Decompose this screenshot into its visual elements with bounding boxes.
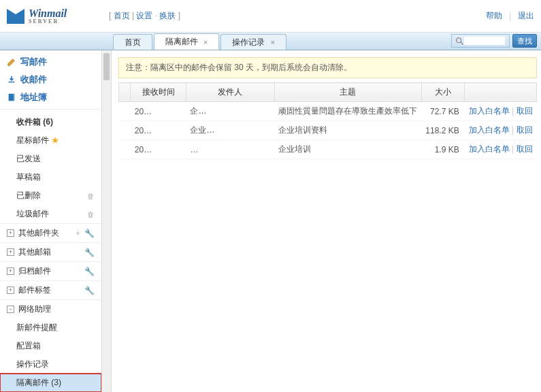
cell-sender: 企… — [186, 102, 274, 121]
table-header-row: 接收时间 发件人 主题 大小 — [119, 83, 537, 102]
sidebar-item-inbox[interactable]: 收件箱 (6) — [0, 113, 101, 131]
whitelist-link[interactable]: 加入白名单 — [469, 144, 510, 154]
col-sender[interactable]: 发件人 — [186, 83, 274, 102]
plus-icon[interactable]: + — [7, 229, 14, 237]
wrench-icon[interactable]: 🔧 — [84, 248, 95, 257]
svg-point-0 — [457, 38, 461, 43]
whitelist-link[interactable]: 加入白名单 — [469, 106, 510, 116]
retrieve-link[interactable]: 取回 — [517, 144, 533, 154]
close-icon[interactable]: × — [203, 38, 208, 46]
tab-oplog[interactable]: 操作记录 × — [220, 34, 286, 50]
quarantine-table: 接收时间 发件人 主题 大小 20…企…顽固性質量問題存在導致生產效率低下72.… — [118, 82, 537, 159]
whitelist-link[interactable]: 加入白名单 — [469, 125, 510, 135]
cell-actions: 加入白名单 | 取回 — [465, 102, 537, 121]
close-icon[interactable]: × — [270, 38, 274, 46]
header: Winmail SERVER [ 首页 | 设置 · 换肤 ] 帮助 | 退出 — [0, 0, 541, 33]
cell-subject: 顽固性質量問題存在導致生產效率低下 — [274, 102, 421, 121]
wrench-icon[interactable]: 🔧 — [84, 286, 95, 295]
top-right: 帮助 | 退出 — [486, 10, 534, 22]
logo-icon — [7, 9, 24, 24]
cell-subject: 企业培训资料 — [274, 121, 421, 140]
retrieve-link[interactable]: 取回 — [517, 106, 533, 116]
svg-line-1 — [461, 42, 463, 45]
plus-icon[interactable]: + — [7, 287, 14, 294]
cell-time: 20… — [131, 102, 186, 121]
download-icon — [7, 75, 16, 84]
breadcrumb-settings[interactable]: 设置 — [136, 11, 152, 20]
cell-sender: 企业… — [186, 121, 274, 140]
sidebar-group-other-folders[interactable]: + 其他邮件夹 +🔧 — [0, 223, 101, 242]
sidebar-item-sent[interactable]: 已发送 — [0, 150, 101, 168]
main: 写邮件 收邮件 地址簿 收件箱 (6) 星标邮件 ★ 已发送 草稿箱 已删除 🗑… — [0, 50, 541, 392]
sidebar: 写邮件 收邮件 地址簿 收件箱 (6) 星标邮件 ★ 已发送 草稿箱 已删除 🗑… — [0, 50, 102, 392]
search-box — [451, 34, 510, 48]
sidebar-item-config[interactable]: 配置箱 — [0, 337, 101, 355]
compose-link[interactable]: 写邮件 — [0, 53, 101, 71]
cell-time: 20… — [131, 121, 186, 140]
breadcrumb-switch-skin[interactable]: 换肤 — [159, 11, 176, 20]
cell-subject: 企业培训 — [274, 140, 421, 159]
sidebar-item-quarantine[interactable]: 隔离邮件 (3) — [0, 374, 101, 392]
breadcrumb-home[interactable]: 首页 — [114, 11, 130, 20]
cell-size: 1.9 KB — [421, 140, 464, 159]
svg-rect-2 — [9, 94, 14, 101]
sidebar-item-new-mail-alert[interactable]: 新邮件提醒 — [0, 318, 101, 337]
tab-home[interactable]: 首页 — [113, 34, 152, 50]
tab-quarantine[interactable]: 隔离邮件 × — [154, 33, 219, 50]
sidebar-group-other-mailboxes[interactable]: + 其他邮箱 🔧 — [0, 242, 101, 261]
col-subject[interactable]: 主题 — [274, 83, 421, 102]
retrieve-link[interactable]: 取回 — [517, 125, 533, 135]
table-row[interactable]: 20…企业…企业培训资料118.2 KB加入白名单 | 取回 — [119, 121, 537, 140]
cell-sender: … — [186, 140, 274, 159]
contacts-link[interactable]: 地址簿 — [0, 88, 101, 106]
checkbox-header[interactable] — [119, 83, 131, 102]
book-icon — [7, 93, 16, 102]
table-row[interactable]: 20…企…顽固性質量問題存在導致生產效率低下72.7 KB加入白名单 | 取回 — [119, 102, 537, 121]
table-row[interactable]: 20……企业培训1.9 KB加入白名单 | 取回 — [119, 140, 537, 159]
minus-icon[interactable]: − — [7, 306, 14, 313]
pencil-icon — [7, 57, 16, 67]
help-link[interactable]: 帮助 — [486, 10, 502, 22]
scrollbar[interactable] — [102, 50, 112, 392]
wrench-icon[interactable]: 🔧 — [84, 229, 95, 238]
col-size[interactable]: 大小 — [421, 83, 464, 102]
trash-icon[interactable]: 🗑 — [87, 210, 95, 218]
sidebar-item-junk[interactable]: 垃圾邮件 🗑 — [0, 205, 101, 223]
star-icon: ★ — [51, 135, 59, 145]
search-input[interactable] — [464, 37, 505, 45]
search-button[interactable]: 查找 — [512, 34, 537, 48]
plus-small-icon[interactable]: + — [76, 229, 80, 238]
cell-size: 118.2 KB — [421, 121, 464, 140]
sidebar-item-drafts[interactable]: 草稿箱 — [0, 168, 101, 186]
breadcrumb: [ 首页 | 设置 · 换肤 ] — [109, 10, 486, 22]
sidebar-item-deleted[interactable]: 已删除 🗑 — [0, 186, 101, 205]
sidebar-group-assistant[interactable]: − 网络助理 — [0, 299, 101, 318]
cell-time: 20… — [131, 140, 186, 159]
logo-text: Winmail SERVER — [29, 7, 67, 24]
sidebar-group-archive[interactable]: + 归档邮件 🔧 — [0, 261, 101, 280]
receive-link[interactable]: 收邮件 — [0, 71, 101, 88]
notice-banner: 注意：隔离区中的邮件会保留 30 天，到期后系统会自动清除。 — [118, 57, 537, 78]
svg-rect-3 — [14, 94, 15, 101]
sidebar-item-starred[interactable]: 星标邮件 ★ — [0, 131, 101, 150]
logo: Winmail SERVER — [7, 7, 109, 24]
logout-link[interactable]: 退出 — [518, 10, 534, 22]
cell-size: 72.7 KB — [421, 102, 464, 121]
wrench-icon[interactable]: 🔧 — [84, 267, 95, 276]
search-icon — [455, 36, 464, 46]
sidebar-group-tags[interactable]: + 邮件标签 🔧 — [0, 280, 101, 299]
col-time[interactable]: 接收时间 — [131, 83, 186, 102]
trash-icon[interactable]: 🗑 — [87, 192, 95, 200]
plus-icon[interactable]: + — [7, 248, 14, 256]
cell-actions: 加入白名单 | 取回 — [465, 140, 537, 159]
sidebar-item-oplog[interactable]: 操作记录 — [0, 355, 101, 374]
content: 注意：隔离区中的邮件会保留 30 天，到期后系统会自动清除。 接收时间 发件人 … — [112, 50, 541, 392]
cell-actions: 加入白名单 | 取回 — [465, 121, 537, 140]
plus-icon[interactable]: + — [7, 267, 14, 275]
tabbar: 首页 隔离邮件 × 操作记录 × 查找 — [0, 33, 541, 50]
search-area: 查找 — [451, 34, 537, 48]
